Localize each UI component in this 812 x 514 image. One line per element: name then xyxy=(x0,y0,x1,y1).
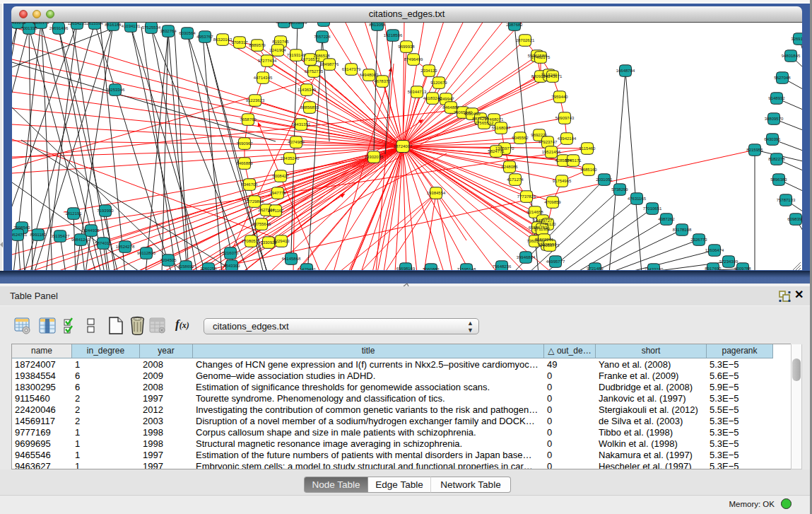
svg-text:97234309: 97234309 xyxy=(719,259,739,264)
svg-text:20253346: 20253346 xyxy=(106,88,125,92)
svg-text:5738299: 5738299 xyxy=(611,187,628,192)
svg-text:2326773: 2326773 xyxy=(690,238,707,242)
svg-text:4685160: 4685160 xyxy=(580,168,597,172)
svg-text:4248086: 4248086 xyxy=(501,165,518,169)
svg-text:9708317: 9708317 xyxy=(231,40,248,45)
svg-text:11429401: 11429401 xyxy=(298,267,317,270)
svg-text:20691406: 20691406 xyxy=(49,26,69,30)
svg-text:7658760: 7658760 xyxy=(240,117,257,122)
svg-text:2334123: 2334123 xyxy=(420,69,437,73)
svg-text:7204505: 7204505 xyxy=(160,258,177,262)
svg-text:8813054: 8813054 xyxy=(369,23,386,27)
svg-text:1471167: 1471167 xyxy=(268,209,285,213)
svg-text:7193990: 7193990 xyxy=(97,209,114,213)
svg-text:7998543: 7998543 xyxy=(13,226,30,230)
svg-text:85869261: 85869261 xyxy=(535,238,554,242)
svg-text:38498776: 38498776 xyxy=(320,62,339,66)
svg-text:91754965: 91754965 xyxy=(553,179,572,183)
svg-text:8464887: 8464887 xyxy=(442,105,459,110)
svg-text:2031051: 2031051 xyxy=(596,177,613,182)
svg-text:63147379: 63147379 xyxy=(342,67,361,71)
svg-text:4387262: 4387262 xyxy=(658,217,675,221)
svg-text:8991183: 8991183 xyxy=(30,233,47,237)
svg-text:4158692: 4158692 xyxy=(177,264,194,269)
svg-text:6009788: 6009788 xyxy=(734,267,751,270)
svg-text:1249947: 1249947 xyxy=(437,97,454,101)
svg-text:28702621: 28702621 xyxy=(516,38,535,42)
svg-text:6098393: 6098393 xyxy=(787,217,802,221)
svg-text:5874016: 5874016 xyxy=(95,241,112,245)
svg-text:4374989: 4374989 xyxy=(288,140,305,144)
svg-text:9699938: 9699938 xyxy=(398,45,415,49)
svg-text:9692221: 9692221 xyxy=(531,133,548,137)
svg-text:9214658: 9214658 xyxy=(526,210,543,214)
svg-text:27080531: 27080531 xyxy=(242,239,261,243)
svg-text:88856855: 88856855 xyxy=(300,105,319,110)
svg-text:90112805: 90112805 xyxy=(137,251,156,255)
svg-text:7959440: 7959440 xyxy=(551,95,568,99)
svg-text:5745171: 5745171 xyxy=(565,158,582,163)
svg-text:38809570: 38809570 xyxy=(765,117,784,121)
svg-text:19521456: 19521456 xyxy=(542,150,561,154)
svg-text:1433218: 1433218 xyxy=(12,23,26,25)
svg-text:50344713: 50344713 xyxy=(408,90,427,94)
svg-text:6045562: 6045562 xyxy=(512,136,529,140)
svg-text:9386379: 9386379 xyxy=(33,23,49,25)
svg-text:9115460: 9115460 xyxy=(579,146,596,151)
svg-text:12654235: 12654235 xyxy=(68,23,87,25)
svg-text:4678377: 4678377 xyxy=(374,79,391,83)
svg-text:5711382: 5711382 xyxy=(534,227,551,231)
svg-text:4990490: 4990490 xyxy=(464,112,481,116)
svg-text:50909743: 50909743 xyxy=(555,116,575,120)
svg-text:4709859: 4709859 xyxy=(544,200,561,204)
svg-text:23435240: 23435240 xyxy=(281,156,300,160)
svg-text:90841241: 90841241 xyxy=(71,238,90,242)
svg-text:77468071: 77468071 xyxy=(485,117,504,122)
svg-text:5060883: 5060883 xyxy=(423,267,440,270)
svg-text:8917693: 8917693 xyxy=(705,267,722,270)
svg-text:39946804: 39946804 xyxy=(517,255,536,259)
svg-text:2241904: 2241904 xyxy=(269,48,286,52)
svg-text:3269166: 3269166 xyxy=(791,37,802,41)
svg-text:1229413: 1229413 xyxy=(273,239,290,243)
svg-text:8889579: 8889579 xyxy=(249,43,266,47)
svg-text:72729806: 72729806 xyxy=(245,199,264,204)
svg-text:44624751: 44624751 xyxy=(12,233,28,237)
svg-text:8193745: 8193745 xyxy=(272,40,289,44)
svg-text:18724007: 18724007 xyxy=(394,144,413,148)
svg-text:19218506: 19218506 xyxy=(384,33,403,37)
svg-text:54431351: 54431351 xyxy=(292,122,311,127)
svg-text:8346706: 8346706 xyxy=(241,182,258,187)
svg-text:6030564: 6030564 xyxy=(179,31,196,35)
svg-text:17482175: 17482175 xyxy=(531,55,551,59)
svg-text:9148932: 9148932 xyxy=(768,96,785,100)
svg-text:74053773: 74053773 xyxy=(541,243,560,247)
svg-text:7690967: 7690967 xyxy=(236,141,253,146)
svg-text:60752735: 60752735 xyxy=(305,69,324,74)
svg-text:8215955: 8215955 xyxy=(746,148,763,152)
svg-text:65698169: 65698169 xyxy=(396,267,416,270)
svg-text:5008427: 5008427 xyxy=(272,174,289,178)
svg-text:8543303: 8543303 xyxy=(223,264,240,268)
svg-text:9721489: 9721489 xyxy=(587,267,604,270)
svg-text:8182278: 8182278 xyxy=(768,157,785,161)
svg-text:1812191: 1812191 xyxy=(65,211,82,216)
svg-text:46995777: 46995777 xyxy=(546,259,565,264)
svg-text:35135427: 35135427 xyxy=(51,234,70,238)
svg-text:6466889: 6466889 xyxy=(236,161,253,165)
svg-text:19384554: 19384554 xyxy=(427,191,446,195)
svg-text:94801845: 94801845 xyxy=(782,54,801,58)
svg-text:86320163: 86320163 xyxy=(213,37,233,42)
svg-text:7557224: 7557224 xyxy=(314,35,331,39)
svg-text:87496499: 87496499 xyxy=(404,57,423,62)
svg-text:41034131: 41034131 xyxy=(122,24,141,28)
svg-text:44714345: 44714345 xyxy=(254,76,273,80)
svg-text:64145868: 64145868 xyxy=(282,257,301,261)
svg-text:75787133: 75787133 xyxy=(777,198,796,202)
svg-text:91223623: 91223623 xyxy=(246,98,265,103)
svg-text:4953767: 4953767 xyxy=(196,35,213,39)
svg-text:4171274: 4171274 xyxy=(507,177,524,182)
svg-text:5238849: 5238849 xyxy=(276,23,293,24)
svg-text:2615594: 2615594 xyxy=(86,23,103,25)
svg-text:7001338: 7001338 xyxy=(20,26,37,30)
